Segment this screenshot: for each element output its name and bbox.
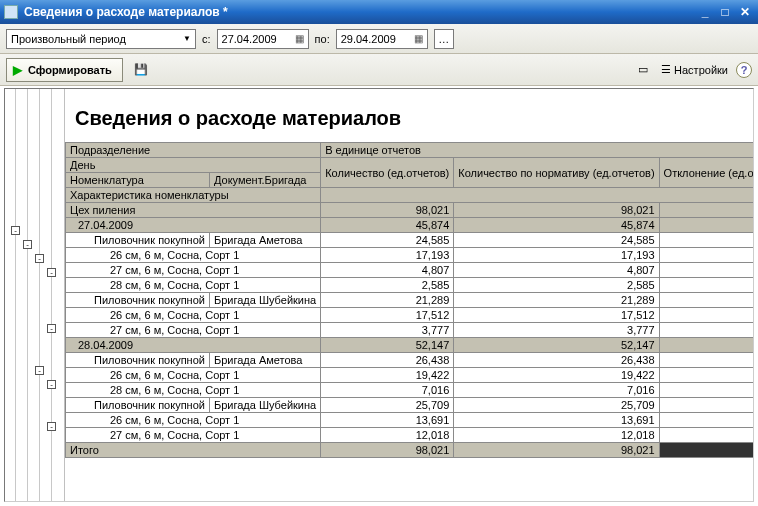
row-label: Пиловочник покупной <box>66 353 210 368</box>
dropdown-arrow-icon: ▼ <box>183 34 191 43</box>
row-dev <box>659 203 753 218</box>
collapse-node[interactable]: - <box>47 422 56 431</box>
period-toolbar: Произвольный период ▼ с: 27.04.2009 ▦ по… <box>0 24 758 54</box>
table-row[interactable]: Пиловочник покупнойБригада Аметова26,438… <box>66 353 754 368</box>
row-brigade: Бригада Шубейкина <box>209 293 320 308</box>
collapse-node[interactable]: - <box>35 254 44 263</box>
row-dev <box>659 368 753 383</box>
period-ellipsis-button[interactable]: … <box>434 29 454 49</box>
row-dev <box>659 308 753 323</box>
row-qty: 19,422 <box>321 368 454 383</box>
collapse-node[interactable]: - <box>23 240 32 249</box>
table-row[interactable]: 26 см, 6 м, Сосна, Сорт 113,69113,691 <box>66 413 754 428</box>
table-row[interactable]: 27 см, 6 м, Сосна, Сорт 13,7773,777 <box>66 323 754 338</box>
collapse-node[interactable]: - <box>47 324 56 333</box>
table-row[interactable]: Пиловочник покупнойБригада Аметова24,585… <box>66 233 754 248</box>
date-to-value: 29.04.2009 <box>341 33 396 45</box>
period-select[interactable]: Произвольный период ▼ <box>6 29 196 49</box>
date-to-input[interactable]: 29.04.2009 ▦ <box>336 29 428 49</box>
row-dev <box>659 323 753 338</box>
collapse-node[interactable]: - <box>35 366 44 375</box>
row-norm: 24,585 <box>454 233 659 248</box>
label-from: с: <box>202 33 211 45</box>
settings-link[interactable]: ☰ Настройки <box>661 63 728 76</box>
col-subdivision: Подразделение <box>66 143 321 158</box>
form-button[interactable]: ▶ Сформировать <box>6 58 123 82</box>
row-label: 27 см, 6 м, Сосна, Сорт 1 <box>66 323 321 338</box>
form-button-label: Сформировать <box>28 64 112 76</box>
col-qty-norm: Количество по нормативу (ед.отчетов) <box>454 158 659 188</box>
table-row[interactable]: 26 см, 6 м, Сосна, Сорт 117,19317,193 <box>66 248 754 263</box>
row-norm: 3,777 <box>454 323 659 338</box>
report-document: Сведения о расходе материалов Подразделе… <box>65 89 753 501</box>
row-norm: 25,709 <box>454 398 659 413</box>
row-norm: 26,438 <box>454 353 659 368</box>
row-label: 28.04.2009 <box>66 338 321 353</box>
col-nomenclature: Номенклатура <box>66 173 210 188</box>
help-button[interactable]: ? <box>736 62 752 78</box>
row-norm: 4,807 <box>454 263 659 278</box>
row-norm: 17,512 <box>454 308 659 323</box>
row-qty: 21,289 <box>321 293 454 308</box>
row-dev <box>659 353 753 368</box>
table-row[interactable]: 28.04.200952,14752,147 <box>66 338 754 353</box>
table-row[interactable]: Пиловочник покупнойБригада Шубейкина21,2… <box>66 293 754 308</box>
row-qty: 25,709 <box>321 398 454 413</box>
row-norm: 52,147 <box>454 338 659 353</box>
table-row[interactable]: 26 см, 6 м, Сосна, Сорт 119,42219,422 <box>66 368 754 383</box>
table-row[interactable]: Пиловочник покупнойБригада Шубейкина25,7… <box>66 398 754 413</box>
row-qty: 98,021 <box>321 203 454 218</box>
table-row[interactable]: 28 см, 6 м, Сосна, Сорт 12,5852,585 <box>66 278 754 293</box>
row-brigade: Бригада Аметова <box>209 233 320 248</box>
row-qty: 17,193 <box>321 248 454 263</box>
row-label: 26 см, 6 м, Сосна, Сорт 1 <box>66 248 321 263</box>
row-label: 28 см, 6 м, Сосна, Сорт 1 <box>66 278 321 293</box>
collapse-node[interactable]: - <box>47 268 56 277</box>
date-from-input[interactable]: 27.04.2009 ▦ <box>217 29 309 49</box>
settings-label: Настройки <box>674 64 728 76</box>
row-qty: 26,438 <box>321 353 454 368</box>
row-dev <box>659 263 753 278</box>
maximize-button[interactable]: □ <box>716 4 734 20</box>
collapse-node[interactable]: - <box>11 226 20 235</box>
report-title: Сведения о расходе материалов <box>65 89 753 142</box>
row-qty: 13,691 <box>321 413 454 428</box>
restore-panel-icon[interactable]: ▭ <box>633 60 653 80</box>
table-row[interactable]: Цех пиления98,02198,021 <box>66 203 754 218</box>
outline-gutter: - - - - - - - - <box>5 89 65 501</box>
row-label: Пиловочник покупной <box>66 293 210 308</box>
table-row[interactable]: 28 см, 6 м, Сосна, Сорт 17,0167,016 <box>66 383 754 398</box>
row-dev <box>659 278 753 293</box>
window-title: Сведения о расходе материалов * <box>24 5 694 19</box>
save-icon[interactable]: 💾 <box>131 60 151 80</box>
row-dev <box>659 413 753 428</box>
table-row[interactable]: 27 см, 6 м, Сосна, Сорт 112,01812,018 <box>66 428 754 443</box>
report-table: Подразделение В единице отчетов День Кол… <box>65 142 753 458</box>
row-qty: 45,874 <box>321 218 454 233</box>
action-toolbar: ▶ Сформировать 💾 ▭ ☰ Настройки ? <box>0 54 758 86</box>
row-label: 28 см, 6 м, Сосна, Сорт 1 <box>66 383 321 398</box>
total-dev[interactable] <box>659 443 753 458</box>
row-norm: 45,874 <box>454 218 659 233</box>
table-row[interactable]: 26 см, 6 м, Сосна, Сорт 117,51217,512 <box>66 308 754 323</box>
row-norm: 12,018 <box>454 428 659 443</box>
col-doc-brigade: Документ.Бригада <box>209 173 320 188</box>
table-row[interactable]: 27 см, 6 м, Сосна, Сорт 14,8074,807 <box>66 263 754 278</box>
total-norm: 98,021 <box>454 443 659 458</box>
row-brigade: Бригада Аметова <box>209 353 320 368</box>
row-label: 27.04.2009 <box>66 218 321 233</box>
close-button[interactable]: ✕ <box>736 4 754 20</box>
calendar-icon[interactable]: ▦ <box>414 33 423 44</box>
collapse-node[interactable]: - <box>47 380 56 389</box>
row-qty: 52,147 <box>321 338 454 353</box>
row-qty: 7,016 <box>321 383 454 398</box>
col-units-group: В единице отчетов <box>321 143 753 158</box>
table-row[interactable]: 27.04.200945,87445,874 <box>66 218 754 233</box>
row-qty: 3,777 <box>321 323 454 338</box>
minimize-button[interactable]: _ <box>696 4 714 20</box>
row-norm: 98,021 <box>454 203 659 218</box>
row-qty: 2,585 <box>321 278 454 293</box>
row-label: 26 см, 6 м, Сосна, Сорт 1 <box>66 308 321 323</box>
total-label: Итого <box>66 443 321 458</box>
calendar-icon[interactable]: ▦ <box>295 33 304 44</box>
